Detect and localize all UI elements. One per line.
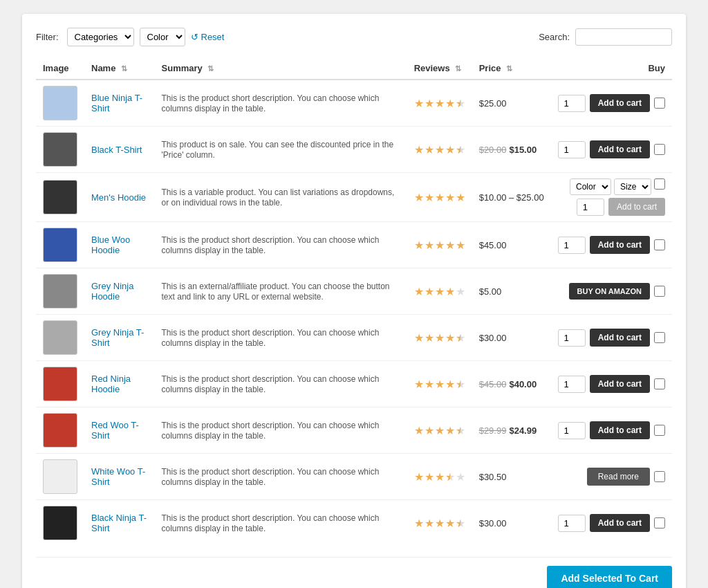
star-full: ★ [414, 97, 424, 110]
star-full: ★ [414, 143, 424, 156]
star-full: ★ [445, 331, 455, 344]
product-name-link[interactable]: Blue Ninja T-Shirt [91, 93, 142, 113]
footer-right: Add Selected To Cart Previous 1 2 Next [547, 566, 672, 588]
add-to-cart-button[interactable]: Add to cart [590, 94, 650, 112]
quantity-input[interactable] [558, 376, 586, 393]
add-to-cart-button[interactable]: Add to cart [590, 514, 650, 532]
col-summary[interactable]: Summary ⇅ [155, 57, 407, 80]
star-full: ★ [425, 517, 434, 530]
quantity-input[interactable] [558, 422, 586, 439]
name-cell: Grey Ninja T-Shirt [84, 315, 155, 361]
buy-controls: Add to cart [558, 236, 665, 254]
table-header: Image Name ⇅ Summary ⇅ Reviews ⇅ Price ⇅… [36, 57, 672, 80]
quantity-input[interactable] [558, 95, 586, 112]
reset-button[interactable]: ↺ Reset [191, 32, 225, 42]
add-to-cart-button[interactable]: Add to cart [590, 421, 650, 439]
read-more-button[interactable]: Read more [587, 468, 650, 486]
product-name-link[interactable]: Black Ninja T-Shirt [91, 513, 147, 533]
price-value: $30.00 [479, 518, 507, 529]
row-select-checkbox[interactable] [654, 332, 665, 343]
buy-controls: Add to cart [558, 140, 665, 158]
size-select[interactable]: SizeSMLXL [614, 178, 651, 195]
reviews-cell: ★★★★★ [407, 80, 472, 127]
star-full: ★ [435, 378, 445, 391]
add-to-cart-button[interactable]: Add to cart [590, 375, 650, 393]
summary-text: This is the product short description. Y… [162, 235, 380, 255]
product-name-link[interactable]: Men's Hoodie [91, 192, 146, 203]
product-image [43, 132, 77, 167]
product-name-link[interactable]: Blue Woo Hoodie [91, 235, 130, 255]
product-name-link[interactable]: Grey Ninja T-Shirt [91, 327, 144, 348]
price-original: $29.99 [479, 425, 507, 436]
toolbar-right: Search: [539, 28, 672, 46]
table-row: Men's Hoodie This is a variable product.… [36, 173, 672, 222]
categories-filter[interactable]: Categories [67, 28, 134, 46]
price: $30.50 [479, 472, 507, 482]
add-selected-button[interactable]: Add Selected To Cart [547, 566, 672, 588]
buy-controls: Add to cart [558, 421, 665, 439]
product-image [43, 506, 77, 540]
col-name[interactable]: Name ⇅ [84, 57, 155, 80]
product-name-link[interactable]: Black T-Shirt [91, 145, 142, 155]
row-select-checkbox[interactable] [654, 471, 665, 482]
main-container: Filter: Categories Color ↺ Reset Search:… [22, 14, 686, 588]
star-full: ★ [445, 517, 455, 530]
name-cell: Grey Ninja Hoodie [84, 268, 155, 315]
buy-cell: ColorBlackBlueGrey SizeSMLXL Add to cart [551, 173, 672, 222]
color-select[interactable]: ColorBlackBlueGrey [570, 178, 611, 195]
summary-cell: This is the product short description. Y… [155, 500, 407, 546]
price-cell: $30.50 [472, 454, 551, 500]
buy-controls: Read more [558, 468, 665, 486]
star-half: ★ [456, 331, 465, 344]
reviews-cell: ★★★★★ [407, 500, 472, 546]
summary-cell: This is a variable product. You can list… [155, 173, 407, 222]
add-to-cart-button[interactable]: Add to cart [608, 198, 665, 216]
star-full: ★ [414, 517, 424, 530]
quantity-input[interactable] [558, 329, 586, 347]
star-full: ★ [425, 331, 434, 344]
product-name-link[interactable]: Grey Ninja Hoodie [91, 281, 133, 302]
summary-cell: This is the product short description. Y… [155, 407, 407, 454]
star-full: ★ [414, 239, 424, 252]
row-select-checkbox[interactable] [654, 144, 665, 155]
color-filter[interactable]: Color [140, 28, 185, 46]
row-select-checkbox[interactable] [654, 378, 665, 389]
add-to-cart-button[interactable]: Add to cart [590, 140, 650, 158]
reviews-cell: ★★★★★ [407, 407, 472, 454]
quantity-input[interactable] [577, 199, 604, 216]
row-select-checkbox[interactable] [654, 98, 665, 109]
image-cell [36, 407, 84, 454]
col-reviews[interactable]: Reviews ⇅ [407, 57, 472, 80]
summary-cell: This is the product short description. Y… [155, 315, 407, 361]
star-full: ★ [445, 239, 455, 252]
price: $20.00$15.00 [479, 145, 537, 155]
star-full: ★ [425, 191, 434, 204]
image-cell [36, 315, 84, 361]
price-cell: $10.00 – $25.00 [472, 173, 551, 222]
col-price[interactable]: Price ⇅ [472, 57, 551, 80]
price-cell: $25.00 [472, 80, 551, 127]
quantity-input[interactable] [558, 515, 586, 532]
add-to-cart-button[interactable]: Add to cart [590, 236, 650, 254]
row-select-checkbox[interactable] [654, 239, 665, 250]
product-name-link[interactable]: Red Ninja Hoodie [91, 374, 131, 394]
search-input[interactable] [575, 28, 672, 46]
quantity-input[interactable] [558, 141, 586, 158]
name-cell: Blue Woo Hoodie [84, 222, 155, 268]
quantity-input[interactable] [558, 237, 586, 254]
product-name-link[interactable]: Red Woo T-Shirt [91, 420, 139, 441]
row-select-checkbox[interactable] [654, 425, 665, 436]
star-full: ★ [445, 143, 455, 156]
product-name-link[interactable]: White Woo T-Shirt [91, 466, 145, 487]
row-select-checkbox[interactable] [654, 286, 665, 297]
summary-cell: This is the product short description. Y… [155, 454, 407, 500]
filter-label: Filter: [36, 32, 59, 42]
buy-external-button[interactable]: BUY ON AMAZON [569, 283, 651, 300]
row-select-checkbox[interactable] [654, 517, 665, 529]
star-full: ★ [445, 285, 455, 298]
image-cell [36, 173, 84, 222]
add-to-cart-button[interactable]: Add to cart [590, 329, 650, 347]
row-select-checkbox[interactable] [654, 178, 665, 190]
star-half: ★ [456, 424, 465, 437]
buy-controls: Add to cart [558, 94, 665, 112]
